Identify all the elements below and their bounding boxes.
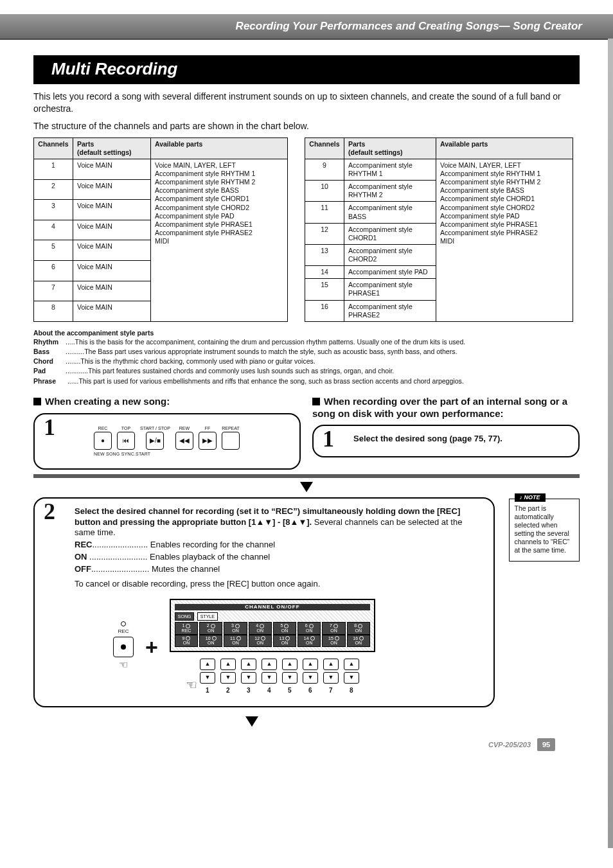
lcd-cell: 12ON (249, 635, 272, 647)
note-tag: NOTE (515, 493, 546, 502)
available-parts-cell: Voice MAIN, LAYER, LEFT Accompaniment st… (436, 159, 573, 321)
table-row: 1Voice MAINVoice MAIN, LAYER, LEFT Accom… (34, 159, 288, 179)
channel-table-right: Channels Parts (default settings) Availa… (305, 137, 573, 322)
record-dot-icon (121, 644, 126, 650)
right-col-heading: When recording over the part of an inter… (312, 396, 580, 420)
th-parts: Parts (default settings) (73, 137, 151, 159)
lcd-cell: 9ON (175, 635, 198, 647)
ff-button: FF▶▶ (199, 426, 217, 450)
about-row: Chord........This is the rhythmic chord … (33, 357, 580, 366)
hand-icon: ☜ (119, 659, 128, 672)
step2-instruction: Select the desired channel for recording… (75, 506, 482, 539)
about-row: Phrase ......This part is used for vario… (33, 376, 580, 385)
section-title: Multi Recording (33, 55, 580, 84)
rew-button: REW◀◀ (175, 426, 193, 450)
table-row: 9Accompaniment style RHYTHM 1Voice MAIN,… (305, 159, 573, 180)
note-text: The part is automatically selected when … (515, 504, 574, 555)
lcd-cell: 8ON (347, 622, 370, 634)
channel-panel: CHANNEL ON/OFF SONG STYLE 1REC 2ON 3ON 4… (170, 599, 375, 695)
lcd-cell: 15ON (322, 635, 345, 647)
step2-off-line: OFF......................... Mutes the c… (75, 564, 482, 575)
led-icon (121, 621, 126, 626)
sync-start-label: NEW SONG SYNC.START (94, 451, 288, 457)
lcd-row-1: 1REC 2ON 3ON 4ON 5ON 6ON 7ON 8ON (175, 622, 370, 634)
about-row: Rhythm.....This is the basis for the acc… (33, 337, 580, 346)
intro-paragraph-2: The structure of the channels and parts … (33, 120, 580, 132)
lcd-cell: 2ON (199, 622, 222, 634)
page-edge-decoration (608, 39, 613, 751)
intro-paragraph-1: This lets you record a song with several… (33, 91, 580, 115)
step-number: 2 (44, 500, 55, 523)
page-footer: CVP-205/203 95 (33, 738, 580, 751)
th-channels: Channels (34, 137, 73, 159)
number-button-row: ☞ ▲▼1 ▲▼2 ▲▼3 ▲▼4 ▲▼5 ▲▼6 ▲▼7 ▲▼8 (170, 659, 375, 695)
about-accompaniment: About the accompaniment style parts Rhyt… (33, 328, 580, 385)
repeat-button: REPEAT (222, 426, 240, 450)
lcd-side-style: STYLE (197, 612, 218, 621)
step-2: 2 Select the desired channel for recordi… (33, 497, 495, 707)
lcd-cell: 4ON (249, 622, 272, 634)
updown-pair: ▲▼1 (200, 659, 215, 695)
updown-pair: ▲▼3 (241, 659, 256, 695)
lcd-cell: 5ON (273, 622, 296, 634)
step2-cancel-line: To cancel or disable recording, press th… (75, 579, 482, 590)
hand-icon: ☞ (186, 677, 197, 693)
lcd-cell: 13ON (273, 635, 296, 647)
channel-tables: Channels Parts (default settings) Availa… (33, 137, 580, 322)
page-number: 95 (537, 738, 555, 751)
flow-arrow (33, 482, 580, 492)
channel-table-left: Channels Parts (default settings) Availa… (33, 137, 288, 322)
square-bullet-icon (312, 398, 320, 405)
rec-label: REC (118, 628, 129, 635)
startstop-button: START / STOP▶/■ (140, 426, 170, 450)
lcd-cell: 1REC (175, 622, 198, 634)
about-row: Pad............This part features sustai… (33, 366, 580, 375)
note-box: NOTE The part is automatically selected … (509, 499, 580, 562)
rec-button: REC● (94, 426, 112, 450)
plus-icon: + (145, 636, 158, 658)
lcd-cell: 10ON (199, 635, 222, 647)
model-label: CVP-205/203 (488, 741, 531, 748)
step2-illustration: REC ☜ + CHANNEL ON/OFF SONG STYLE (113, 599, 482, 695)
left-col-heading: When creating a new song: (33, 396, 301, 408)
lcd-cell: 16ON (347, 635, 370, 647)
updown-pair: ▲▼7 (323, 659, 339, 695)
updown-pair: ▲▼6 (303, 659, 318, 695)
square-bullet-icon (33, 398, 41, 405)
arrow-down-icon (245, 716, 258, 727)
lcd-cell: 11ON (224, 635, 247, 647)
lcd-cell: 14ON (298, 635, 321, 647)
th-available: Available parts (151, 137, 288, 159)
step2-rec-line: REC........................ Enables reco… (75, 540, 482, 551)
updown-pair: ▲▼2 (220, 659, 236, 695)
updown-pair: ▲▼5 (282, 659, 298, 695)
step-1-left: 1 REC● TOP⏮ START / STOP▶/■ REW◀◀ FF▶▶ R… (33, 413, 301, 470)
lcd-screen: CHANNEL ON/OFF SONG STYLE 1REC 2ON 3ON 4… (170, 599, 375, 652)
step1-right-text: Select the desired song (page 75, 77). (353, 434, 567, 445)
arrow-down-icon (300, 482, 313, 492)
lcd-cell: 3ON (224, 622, 247, 634)
about-heading: About the accompaniment style parts (33, 328, 580, 337)
updown-pair: ▲▼4 (262, 659, 277, 695)
step-number: 1 (44, 416, 55, 439)
th-available: Available parts (436, 137, 573, 159)
lcd-cell: 6ON (298, 622, 321, 634)
updown-pair: ▲▼8 (344, 659, 359, 695)
top-button: TOP⏮ (117, 426, 135, 450)
flow-arrow-2 (33, 716, 580, 727)
step-number: 1 (323, 427, 334, 450)
step-1-right: 1 Select the desired song (page 75, 77). (312, 425, 580, 457)
transport-buttons: REC● TOP⏮ START / STOP▶/■ REW◀◀ FF▶▶ REP… (94, 426, 288, 450)
breadcrumb-bar: Recording Your Performances and Creating… (0, 14, 613, 40)
rec-button-illustration: REC ☜ (113, 621, 134, 671)
lcd-cell: 7ON (322, 622, 345, 634)
lcd-side-song: SONG (175, 612, 195, 621)
available-parts-cell: Voice MAIN, LAYER, LEFT Accompaniment st… (151, 159, 288, 321)
lcd-row-2: 9ON 10ON 11ON 12ON 13ON 14ON 15ON 16ON (175, 635, 370, 647)
th-parts: Parts (default settings) (344, 137, 436, 159)
step2-on-line: ON ......................... Enables pla… (75, 552, 482, 563)
about-row: Bass..........The Bass part uses various… (33, 347, 580, 356)
th-channels: Channels (305, 137, 344, 159)
breadcrumb: Recording Your Performances and Creating… (236, 20, 582, 33)
lcd-title: CHANNEL ON/OFF (175, 604, 370, 610)
